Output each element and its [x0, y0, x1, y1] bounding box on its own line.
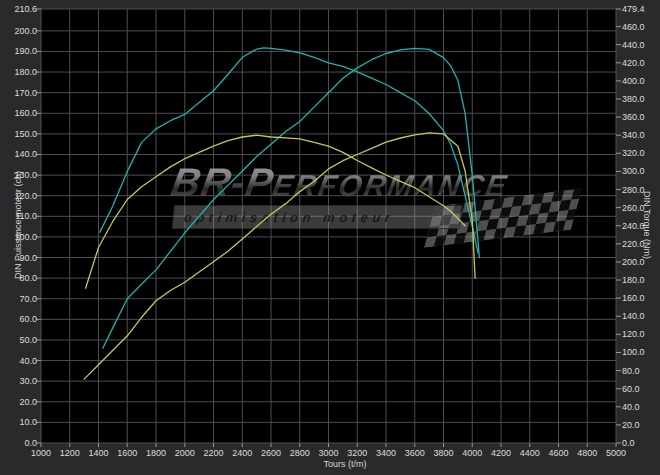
y-left-tick-label: 210.6 — [1, 4, 37, 14]
y-right-tick-label: 479.4 — [622, 4, 645, 14]
y-right-tick-label: 0.0 — [622, 438, 635, 448]
dyno-curves-layer — [41, 9, 616, 443]
y-right-tick-label: 340.0 — [622, 130, 645, 140]
y-right-tick-label: 60.0 — [622, 384, 640, 394]
y-left-tick-label: 50.0 — [1, 335, 37, 345]
y-left-tick-label: 130.0 — [1, 170, 37, 180]
y-left-tick-label: 0.0 — [1, 438, 37, 448]
plot-area: BR-PERFORMANCE optimisation moteur — [41, 9, 616, 443]
y-right-tick-label: 140.0 — [622, 311, 645, 321]
y-left-tick-label: 120.0 — [1, 191, 37, 201]
y-axis-left-title: DIN Puissance moteur (ch) — [13, 165, 23, 285]
y-right-tick-label: 200.0 — [622, 257, 645, 267]
y-right-tick-label: 420.0 — [622, 58, 645, 68]
y-right-tick-label: 440.0 — [622, 40, 645, 50]
y-right-tick-label: 380.0 — [622, 94, 645, 104]
y-left-tick-label: 90.0 — [1, 253, 37, 263]
y-right-tick-label: 320.0 — [622, 148, 645, 158]
y-right-tick-label: 160.0 — [622, 293, 645, 303]
y-right-tick-label: 260.0 — [622, 203, 645, 213]
y-left-tick-label: 10.0 — [1, 417, 37, 427]
curve-puissance-origine — [84, 133, 475, 379]
y-left-tick-label: 110.0 — [1, 211, 37, 221]
y-right-tick-label: 120.0 — [622, 329, 645, 339]
y-left-tick-label: 170.0 — [1, 88, 37, 98]
y-right-tick-label: 40.0 — [622, 402, 640, 412]
y-right-tick-label: 20.0 — [622, 420, 640, 430]
y-left-tick-label: 150.0 — [1, 129, 37, 139]
y-right-tick-label: 400.0 — [622, 76, 645, 86]
y-left-tick-label: 200.0 — [1, 26, 37, 36]
y-left-tick-label: 140.0 — [1, 149, 37, 159]
x-axis-title: Tours (t/m) — [285, 459, 405, 469]
y-left-tick-label: 20.0 — [1, 397, 37, 407]
y-right-tick-label: 360.0 — [622, 112, 645, 122]
y-left-tick-label: 30.0 — [1, 376, 37, 386]
y-left-tick-label: 80.0 — [1, 273, 37, 283]
y-left-tick-label: 60.0 — [1, 314, 37, 324]
y-right-tick-label: 280.0 — [622, 185, 645, 195]
y-left-tick-label: 100.0 — [1, 232, 37, 242]
y-left-tick-label: 180.0 — [1, 67, 37, 77]
y-right-tick-label: 300.0 — [622, 166, 645, 176]
y-left-tick-label: 190.0 — [1, 46, 37, 56]
x-tick-label: 5000 — [599, 448, 633, 458]
dyno-chart-page: BR-PERFORMANCE optimisation moteur DIN P… — [0, 0, 660, 475]
y-left-tick-label: 160.0 — [1, 108, 37, 118]
curve-couple-optimise — [100, 48, 478, 253]
y-right-tick-label: 220.0 — [622, 239, 645, 249]
y-left-tick-label: 70.0 — [1, 294, 37, 304]
y-right-tick-label: 460.0 — [622, 22, 645, 32]
y-right-tick-label: 240.0 — [622, 221, 645, 231]
y-left-tick-label: 40.0 — [1, 356, 37, 366]
y-right-tick-label: 180.0 — [622, 275, 645, 285]
y-right-tick-label: 80.0 — [622, 366, 640, 376]
y-right-tick-label: 100.0 — [622, 347, 645, 357]
